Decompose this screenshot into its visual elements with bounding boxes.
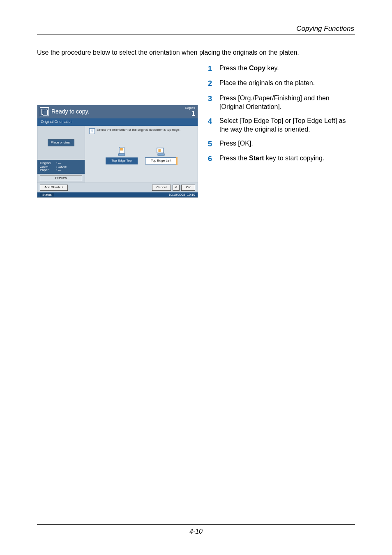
copy-icon — [40, 107, 49, 116]
copies-indicator: Copies 1 — [185, 106, 195, 117]
step-5: Press [OK]. — [219, 139, 253, 149]
page-header: Copying Functions — [37, 25, 355, 35]
steps-list: 1Press the Copy key. 2Place the original… — [206, 64, 355, 164]
option-top-edge-left[interactable]: Top Edge Left — [145, 146, 177, 164]
step-2: Place the originals on the platen. — [219, 79, 315, 88]
step-3: Press [Org./Paper/Finishing] and then [O… — [219, 94, 355, 111]
step-1: Press the Copy key. — [219, 64, 279, 74]
preview-button[interactable]: Preview — [40, 175, 82, 181]
place-original-button[interactable]: Place original. — [48, 139, 74, 146]
step-6: Press the Start key to start copying. — [219, 154, 324, 164]
info-icon: i — [89, 128, 95, 134]
tab-original-orientation[interactable]: Original Orientation — [37, 118, 198, 126]
step-4: Select [Top Edge Top] or [Top Edge Left]… — [219, 116, 355, 134]
add-shortcut-button[interactable]: Add Shortcut — [40, 185, 68, 191]
option-top-edge-top[interactable]: Top Edge Top — [106, 146, 138, 164]
page-number: 4-10 — [37, 524, 355, 535]
svg-rect-3 — [158, 154, 164, 155]
copier-panel: Ready to copy. Copies 1 Original Orienta… — [37, 105, 198, 198]
panel-header: Ready to copy. Copies 1 — [37, 105, 198, 118]
page-landscape-icon — [155, 146, 167, 156]
svg-rect-1 — [118, 154, 125, 155]
ok-button[interactable]: OK — [181, 185, 195, 191]
back-button[interactable]: ↵ — [173, 185, 180, 191]
original-info: Original: --- Zoom: 100% Paper: --- — [37, 160, 85, 174]
status-datetime: 10/10/2008 10:10 — [168, 193, 195, 197]
hint-text: Select the orientation of the original d… — [97, 128, 180, 132]
page-portrait-icon — [116, 146, 127, 156]
panel-title: Ready to copy. — [51, 109, 185, 115]
cancel-button[interactable]: Cancel — [152, 185, 171, 191]
status-button[interactable]: Status — [40, 193, 54, 197]
intro-text: Use the procedure below to select the or… — [37, 49, 355, 56]
